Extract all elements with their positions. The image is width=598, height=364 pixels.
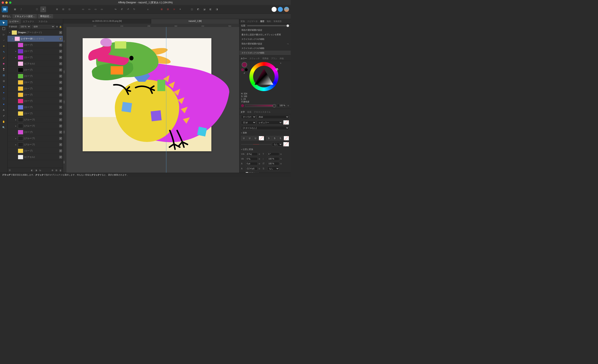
zoom-tool[interactable]: 🔍: [0, 124, 8, 130]
document-setup-button[interactable]: ドキュメント設定...: [12, 14, 37, 18]
bool-intersect-icon[interactable]: ◪: [201, 7, 207, 12]
opacity-select[interactable]: 100 %: [19, 25, 31, 28]
leading-input[interactable]: [246, 167, 258, 170]
history-item[interactable]: 現在の選択範囲の設定: [239, 28, 291, 32]
layer-row[interactable]: ▸ (グループ) ✓: [8, 117, 63, 123]
effects-tab[interactable]: エフェクト: [21, 19, 36, 24]
rounded-rect-tool[interactable]: ▢: [0, 96, 8, 101]
layer-row[interactable]: ▾ Dragon (アートボード) ✓: [8, 30, 63, 36]
grid-toggle-icon[interactable]: ⊞: [159, 7, 165, 12]
visibility-checkbox[interactable]: ✓: [59, 44, 62, 47]
history-item[interactable]: スライスボックスの移動: [239, 51, 291, 55]
layer-row[interactable]: (ピクセル) ✓: [8, 61, 63, 67]
gear-icon[interactable]: ⚙: [56, 25, 58, 28]
disclosure-icon[interactable]: ▸: [15, 50, 17, 53]
char-tab[interactable]: 段落: [246, 110, 253, 114]
pixel-persona-button[interactable]: ▦: [12, 7, 18, 12]
layer-row[interactable]: (カーブ) ✓: [8, 67, 63, 73]
layer-thumbnail[interactable]: [18, 74, 23, 78]
color-tab[interactable]: 外観: [278, 56, 285, 61]
font-family-select[interactable]: Arial: [257, 115, 289, 119]
layer-thumbnail[interactable]: [18, 149, 23, 153]
disclosure-icon[interactable]: [15, 106, 17, 109]
layer-row[interactable]: ▸ (グループ) ✓: [8, 135, 63, 142]
layer-row[interactable]: (ピクセル) ✓: [8, 154, 63, 160]
history-item[interactable]: 書き出し設定の書き出しオプションを変更: [239, 32, 291, 37]
canvas[interactable]: [66, 27, 239, 173]
artboard-tool[interactable]: [0, 26, 8, 32]
lock-icon[interactable]: 🔒: [59, 25, 62, 28]
right-tab[interactable]: ナビゲータ: [246, 19, 259, 24]
brush-tool[interactable]: 🖌: [0, 55, 8, 61]
rotate-input[interactable]: [267, 152, 279, 156]
disclosure-icon[interactable]: [15, 63, 17, 65]
visibility-checkbox[interactable]: ✓: [59, 37, 62, 40]
visibility-checkbox[interactable]: ✓: [59, 87, 62, 90]
layer-row[interactable]: (カーブ) ✓: [8, 42, 63, 48]
underline2-button[interactable]: U: [247, 136, 252, 140]
layer-thumbnail[interactable]: [18, 142, 23, 147]
disclosure-icon[interactable]: ▸: [15, 143, 17, 146]
snap-options-icon[interactable]: ▾: [177, 7, 183, 12]
color-menu-icon[interactable]: ≡: [280, 62, 281, 91]
mask-icon[interactable]: ◐: [31, 169, 33, 172]
scale-h-input[interactable]: [267, 157, 279, 161]
font-weight-select[interactable]: レギュラー: [257, 121, 282, 124]
layer-row[interactable]: (カーブ) ✓: [8, 79, 63, 86]
fill-tool[interactable]: ◉: [0, 61, 8, 66]
flip-v-icon[interactable]: ⇵: [119, 7, 125, 12]
layer-thumbnail[interactable]: [18, 117, 23, 122]
disclosure-icon[interactable]: [15, 100, 17, 102]
disclosure-icon[interactable]: ▸: [15, 125, 17, 127]
visibility-checkbox[interactable]: ✓: [59, 50, 62, 53]
stepper-icon[interactable]: ≎: [280, 158, 282, 160]
visibility-checkbox[interactable]: ✓: [59, 68, 62, 71]
opacity-slider[interactable]: [245, 105, 276, 107]
layer-thumbnail[interactable]: [18, 80, 23, 85]
styles-tab[interactable]: スタイル: [36, 19, 50, 24]
layers-stack-icon[interactable]: ☰: [9, 169, 11, 172]
disclosure-icon[interactable]: [15, 94, 17, 96]
layer-row[interactable]: (カーブ) ✓: [8, 86, 63, 92]
stroke-swatch-small[interactable]: [245, 68, 248, 71]
scale-v-input[interactable]: [267, 162, 279, 165]
disclosure-icon[interactable]: [15, 131, 17, 133]
close-window-button[interactable]: [2, 1, 4, 4]
visibility-checkbox[interactable]: ✓: [59, 56, 62, 59]
font-size-select[interactable]: 12 pt: [241, 121, 256, 124]
hand-tool[interactable]: ✋: [0, 119, 8, 124]
disclosure-icon[interactable]: ▸: [15, 56, 17, 59]
hue-handle[interactable]: [276, 68, 278, 70]
star-tool[interactable]: ★: [0, 101, 8, 107]
layer-row[interactable]: ▸ (カーブ) ✓: [8, 54, 63, 61]
fill-swatch-small[interactable]: [241, 68, 244, 71]
disclosure-icon[interactable]: [15, 44, 17, 46]
rectangle-tool[interactable]: ■: [0, 84, 8, 90]
disclosure-icon[interactable]: [15, 75, 17, 77]
deco-color-none[interactable]: [283, 142, 289, 146]
layer-row[interactable]: (カーブ) ✓: [8, 73, 63, 79]
disclosure-icon[interactable]: [15, 112, 17, 115]
disclosure-icon[interactable]: [15, 150, 17, 152]
pencil-tool[interactable]: ✎: [0, 49, 8, 55]
bool-divide-icon[interactable]: ◨: [214, 7, 220, 12]
right-tab[interactable]: 変換: [239, 19, 246, 24]
layers-tab[interactable]: レイヤー: [8, 19, 21, 24]
ellipse-tool[interactable]: ●: [0, 90, 8, 96]
visibility-checkbox[interactable]: ✓: [59, 75, 62, 78]
pen-tool[interactable]: ✒: [0, 43, 8, 49]
stepper-icon[interactable]: ≎: [258, 153, 260, 155]
position-transform-heading[interactable]: 位置と変換: [239, 147, 291, 152]
history-item[interactable]: スライスボックスの移動: [239, 37, 291, 41]
layer-thumbnail[interactable]: [18, 155, 23, 159]
underline-none-button[interactable]: [259, 136, 264, 140]
magnet-icon[interactable]: ⊃: [171, 7, 177, 12]
link-icon[interactable]: ⤳: [287, 43, 289, 45]
disclosure-icon[interactable]: [15, 156, 17, 158]
text-color-none[interactable]: [283, 120, 289, 125]
layer-thumbnail[interactable]: [18, 61, 23, 66]
visibility-checkbox[interactable]: ✓: [59, 31, 62, 34]
move-anchor-icon[interactable]: ⬡: [34, 7, 40, 12]
layer-row[interactable]: ▾ レイヤー18 (レイヤー) ✓: [8, 36, 63, 42]
layer-thumbnail[interactable]: [18, 55, 23, 60]
